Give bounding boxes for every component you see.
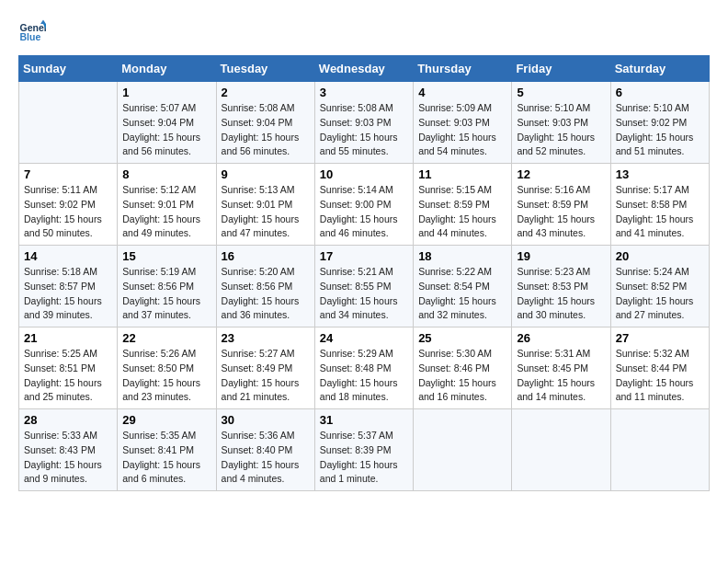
day-info: Sunrise: 5:35 AMSunset: 8:41 PMDaylight:… bbox=[122, 429, 210, 487]
weekday-header-saturday: Saturday bbox=[610, 56, 709, 82]
day-number: 23 bbox=[222, 331, 310, 345]
day-info: Sunrise: 5:07 AMSunset: 9:04 PMDaylight:… bbox=[122, 101, 210, 159]
day-info: Sunrise: 5:29 AMSunset: 8:48 PMDaylight:… bbox=[320, 347, 408, 405]
day-number: 17 bbox=[320, 249, 408, 263]
day-number: 13 bbox=[616, 167, 704, 181]
day-number: 9 bbox=[222, 167, 310, 181]
day-info: Sunrise: 5:14 AMSunset: 9:00 PMDaylight:… bbox=[320, 183, 408, 241]
day-info: Sunrise: 5:15 AMSunset: 8:59 PMDaylight:… bbox=[418, 183, 506, 241]
day-info: Sunrise: 5:13 AMSunset: 9:01 PMDaylight:… bbox=[222, 183, 310, 241]
day-number: 1 bbox=[122, 86, 210, 99]
calendar-cell: 18Sunrise: 5:22 AMSunset: 8:54 PMDayligh… bbox=[414, 246, 512, 327]
day-info: Sunrise: 5:10 AMSunset: 9:03 PMDaylight:… bbox=[517, 101, 605, 159]
week-row-2: 7Sunrise: 5:11 AMSunset: 9:02 PMDaylight… bbox=[19, 164, 710, 246]
day-number: 27 bbox=[616, 331, 704, 345]
calendar-cell: 14Sunrise: 5:18 AMSunset: 8:57 PMDayligh… bbox=[19, 246, 118, 327]
calendar-cell: 7Sunrise: 5:11 AMSunset: 9:02 PMDaylight… bbox=[19, 164, 118, 246]
day-info: Sunrise: 5:36 AMSunset: 8:40 PMDaylight:… bbox=[222, 429, 310, 487]
day-info: Sunrise: 5:23 AMSunset: 8:53 PMDaylight:… bbox=[517, 265, 605, 323]
day-info: Sunrise: 5:16 AMSunset: 8:59 PMDaylight:… bbox=[517, 183, 605, 241]
day-number: 15 bbox=[122, 249, 210, 263]
calendar-cell: 19Sunrise: 5:23 AMSunset: 8:53 PMDayligh… bbox=[512, 246, 610, 327]
calendar-cell: 9Sunrise: 5:13 AMSunset: 9:01 PMDaylight… bbox=[216, 164, 314, 246]
calendar-cell: 27Sunrise: 5:32 AMSunset: 8:44 PMDayligh… bbox=[610, 327, 709, 409]
day-number: 3 bbox=[320, 86, 408, 99]
day-info: Sunrise: 5:10 AMSunset: 9:02 PMDaylight:… bbox=[616, 101, 704, 159]
calendar-cell: 28Sunrise: 5:33 AMSunset: 8:43 PMDayligh… bbox=[19, 409, 118, 491]
week-row-1: 1Sunrise: 5:07 AMSunset: 9:04 PMDaylight… bbox=[19, 82, 710, 164]
calendar-cell: 22Sunrise: 5:26 AMSunset: 8:50 PMDayligh… bbox=[118, 327, 216, 409]
calendar-cell: 3Sunrise: 5:08 AMSunset: 9:03 PMDaylight… bbox=[314, 82, 413, 164]
day-number: 22 bbox=[122, 331, 210, 345]
calendar-cell: 6Sunrise: 5:10 AMSunset: 9:02 PMDaylight… bbox=[610, 82, 709, 164]
day-info: Sunrise: 5:33 AMSunset: 8:43 PMDaylight:… bbox=[24, 429, 112, 487]
day-info: Sunrise: 5:24 AMSunset: 8:52 PMDaylight:… bbox=[616, 265, 704, 323]
day-info: Sunrise: 5:08 AMSunset: 9:03 PMDaylight:… bbox=[320, 101, 408, 159]
day-number: 25 bbox=[418, 331, 506, 345]
calendar-cell: 13Sunrise: 5:17 AMSunset: 8:58 PMDayligh… bbox=[610, 164, 709, 246]
day-number: 2 bbox=[222, 86, 310, 99]
calendar-cell: 1Sunrise: 5:07 AMSunset: 9:04 PMDaylight… bbox=[118, 82, 216, 164]
day-number: 10 bbox=[320, 167, 408, 181]
day-info: Sunrise: 5:19 AMSunset: 8:56 PMDaylight:… bbox=[122, 265, 210, 323]
calendar-cell: 20Sunrise: 5:24 AMSunset: 8:52 PMDayligh… bbox=[610, 246, 709, 327]
day-info: Sunrise: 5:37 AMSunset: 8:39 PMDaylight:… bbox=[320, 429, 408, 487]
week-row-5: 28Sunrise: 5:33 AMSunset: 8:43 PMDayligh… bbox=[19, 409, 710, 491]
day-number: 7 bbox=[24, 167, 112, 181]
day-info: Sunrise: 5:09 AMSunset: 9:03 PMDaylight:… bbox=[418, 101, 506, 159]
weekday-header-tuesday: Tuesday bbox=[216, 56, 314, 82]
day-info: Sunrise: 5:25 AMSunset: 8:51 PMDaylight:… bbox=[24, 347, 112, 405]
calendar-cell: 30Sunrise: 5:36 AMSunset: 8:40 PMDayligh… bbox=[216, 409, 314, 491]
day-info: Sunrise: 5:30 AMSunset: 8:46 PMDaylight:… bbox=[418, 347, 506, 405]
weekday-header-monday: Monday bbox=[118, 56, 216, 82]
day-info: Sunrise: 5:21 AMSunset: 8:55 PMDaylight:… bbox=[320, 265, 408, 323]
day-info: Sunrise: 5:20 AMSunset: 8:56 PMDaylight:… bbox=[222, 265, 310, 323]
day-number: 26 bbox=[517, 331, 605, 345]
day-number: 18 bbox=[418, 249, 506, 263]
svg-text:Blue: Blue bbox=[20, 31, 41, 42]
calendar-cell: 23Sunrise: 5:27 AMSunset: 8:49 PMDayligh… bbox=[216, 327, 314, 409]
day-number: 19 bbox=[517, 249, 605, 263]
weekday-header-row: SundayMondayTuesdayWednesdayThursdayFrid… bbox=[19, 56, 710, 82]
day-number: 29 bbox=[122, 413, 210, 427]
week-row-3: 14Sunrise: 5:18 AMSunset: 8:57 PMDayligh… bbox=[19, 246, 710, 327]
day-number: 14 bbox=[24, 249, 112, 263]
day-number: 4 bbox=[418, 86, 506, 99]
day-info: Sunrise: 5:17 AMSunset: 8:58 PMDaylight:… bbox=[616, 183, 704, 241]
calendar-cell bbox=[19, 82, 118, 164]
calendar-cell: 15Sunrise: 5:19 AMSunset: 8:56 PMDayligh… bbox=[118, 246, 216, 327]
calendar-cell: 31Sunrise: 5:37 AMSunset: 8:39 PMDayligh… bbox=[314, 409, 413, 491]
calendar-cell: 16Sunrise: 5:20 AMSunset: 8:56 PMDayligh… bbox=[216, 246, 314, 327]
calendar-cell: 26Sunrise: 5:31 AMSunset: 8:45 PMDayligh… bbox=[512, 327, 610, 409]
calendar-cell: 2Sunrise: 5:08 AMSunset: 9:04 PMDaylight… bbox=[216, 82, 314, 164]
week-row-4: 21Sunrise: 5:25 AMSunset: 8:51 PMDayligh… bbox=[19, 327, 710, 409]
day-info: Sunrise: 5:11 AMSunset: 9:02 PMDaylight:… bbox=[24, 183, 112, 241]
day-number: 28 bbox=[24, 413, 112, 427]
calendar-cell bbox=[512, 409, 610, 491]
day-info: Sunrise: 5:22 AMSunset: 8:54 PMDaylight:… bbox=[418, 265, 506, 323]
calendar-cell: 11Sunrise: 5:15 AMSunset: 8:59 PMDayligh… bbox=[414, 164, 512, 246]
day-number: 24 bbox=[320, 331, 408, 345]
day-info: Sunrise: 5:31 AMSunset: 8:45 PMDaylight:… bbox=[517, 347, 605, 405]
calendar-table: SundayMondayTuesdayWednesdayThursdayFrid… bbox=[18, 55, 710, 491]
weekday-header-sunday: Sunday bbox=[19, 56, 118, 82]
day-info: Sunrise: 5:18 AMSunset: 8:57 PMDaylight:… bbox=[24, 265, 112, 323]
weekday-header-wednesday: Wednesday bbox=[314, 56, 413, 82]
day-number: 5 bbox=[517, 86, 605, 99]
day-number: 20 bbox=[616, 249, 704, 263]
calendar-cell: 25Sunrise: 5:30 AMSunset: 8:46 PMDayligh… bbox=[414, 327, 512, 409]
calendar-cell: 29Sunrise: 5:35 AMSunset: 8:41 PMDayligh… bbox=[118, 409, 216, 491]
header: General Blue bbox=[18, 18, 710, 46]
day-number: 8 bbox=[122, 167, 210, 181]
weekday-header-friday: Friday bbox=[512, 56, 610, 82]
calendar-cell: 5Sunrise: 5:10 AMSunset: 9:03 PMDaylight… bbox=[512, 82, 610, 164]
calendar-cell: 12Sunrise: 5:16 AMSunset: 8:59 PMDayligh… bbox=[512, 164, 610, 246]
day-number: 31 bbox=[320, 413, 408, 427]
calendar-cell: 10Sunrise: 5:14 AMSunset: 9:00 PMDayligh… bbox=[314, 164, 413, 246]
day-info: Sunrise: 5:26 AMSunset: 8:50 PMDaylight:… bbox=[122, 347, 210, 405]
calendar-cell: 24Sunrise: 5:29 AMSunset: 8:48 PMDayligh… bbox=[314, 327, 413, 409]
calendar-cell: 17Sunrise: 5:21 AMSunset: 8:55 PMDayligh… bbox=[314, 246, 413, 327]
logo: General Blue bbox=[18, 18, 50, 46]
day-number: 6 bbox=[616, 86, 704, 99]
weekday-header-thursday: Thursday bbox=[414, 56, 512, 82]
